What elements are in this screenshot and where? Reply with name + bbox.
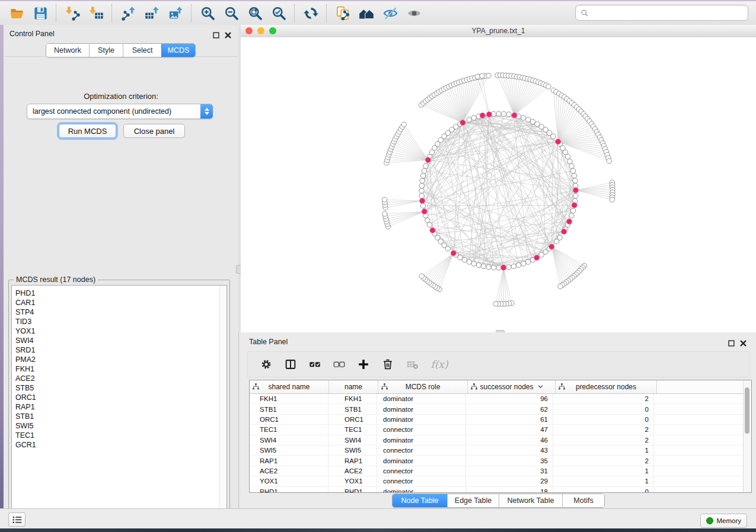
graph-node[interactable] [521, 116, 526, 120]
table-row[interactable]: ORC1ORC1dominator610 [250, 415, 751, 425]
graph-node[interactable] [526, 259, 531, 264]
mcds-result-item[interactable]: STB1 [12, 412, 227, 421]
network-titlebar[interactable]: YPA_prune.txt_1 [241, 25, 756, 38]
graph-node[interactable] [554, 239, 559, 244]
zoom-selected-button[interactable] [267, 3, 291, 23]
table-scrollbar-thumb[interactable] [745, 387, 749, 434]
graph-node[interactable] [420, 178, 425, 183]
export-image-button[interactable] [164, 3, 187, 23]
graph-node[interactable] [572, 173, 576, 178]
graph-node[interactable] [573, 178, 578, 183]
graph-node[interactable] [516, 262, 521, 267]
zoom-in-button[interactable] [196, 3, 219, 23]
dominator-node[interactable] [430, 227, 435, 233]
graph-node[interactable] [491, 265, 496, 270]
table-row[interactable]: FKH1FKH1dominator962 [250, 394, 751, 404]
save-session-button[interactable] [28, 3, 52, 23]
graph-node[interactable] [506, 112, 511, 117]
column-header-predecessor-nodes[interactable]: predecessor nodes [556, 380, 657, 393]
dominator-node[interactable] [567, 219, 572, 224]
import-network-button[interactable] [60, 3, 84, 23]
dominator-node[interactable] [460, 120, 465, 125]
mcds-result-item[interactable]: STB5 [12, 383, 227, 393]
graph-node[interactable] [486, 265, 491, 270]
list-scrollbar[interactable] [219, 286, 227, 519]
graph-node[interactable] [570, 208, 575, 213]
graph-node[interactable] [475, 74, 480, 79]
graph-node[interactable] [486, 73, 491, 78]
delete-table-button[interactable] [405, 357, 419, 371]
graph-node[interactable] [425, 218, 430, 223]
mcds-result-item[interactable]: STP4 [12, 307, 227, 317]
memory-button[interactable]: Memory [700, 514, 747, 528]
open-file-button[interactable] [5, 3, 28, 23]
dominator-node[interactable] [420, 198, 425, 203]
graph-node[interactable] [471, 261, 476, 266]
table-row[interactable]: SWI4SWI4dominator462 [250, 435, 751, 446]
graph-node[interactable] [539, 252, 544, 257]
dominator-node[interactable] [480, 113, 485, 118]
tab-network[interactable]: Network [46, 44, 89, 57]
network-canvas[interactable] [241, 37, 756, 332]
show-all-button[interactable] [402, 3, 426, 23]
dominator-node[interactable] [451, 251, 456, 256]
graph-node[interactable] [565, 154, 570, 159]
mcds-result-item[interactable]: PMA2 [12, 355, 227, 364]
graph-node[interactable] [546, 84, 551, 89]
run-mcds-button[interactable]: Run MCDS [59, 124, 116, 138]
graph-node[interactable] [521, 261, 526, 266]
show-panels-button[interactable] [8, 512, 25, 527]
column-header-name[interactable]: name [329, 380, 378, 393]
tab-mcds[interactable]: MCDS [161, 44, 195, 57]
tab-motifs[interactable]: Motifs [562, 494, 604, 507]
hide-selected-button[interactable] [378, 3, 402, 23]
mcds-result-item[interactable]: ORC1 [12, 393, 227, 402]
refresh-button[interactable] [299, 3, 323, 23]
tab-network-table[interactable]: Network Table [499, 494, 562, 507]
graph-node[interactable] [496, 265, 501, 270]
table-row[interactable]: TEC1TEC1connector472 [250, 425, 751, 435]
dominator-node[interactable] [422, 209, 427, 214]
graph-node[interactable] [570, 168, 575, 173]
dominator-node[interactable] [573, 188, 578, 193]
zoom-fit-button[interactable] [243, 3, 267, 23]
graph-node[interactable] [471, 116, 476, 120]
mcds-result-item[interactable]: RAP1 [12, 402, 227, 412]
table-row[interactable]: YOX1YOX1connector291 [250, 476, 751, 486]
dominator-node[interactable] [486, 111, 492, 117]
close-table-panel-icon[interactable] [740, 338, 747, 349]
graph-node[interactable] [506, 265, 511, 270]
graph-node[interactable] [607, 159, 611, 164]
graph-node[interactable] [551, 134, 556, 139]
optimization-select[interactable]: largest connected component (undirected) [27, 104, 213, 119]
search-input[interactable] [592, 8, 748, 18]
dominator-node[interactable] [501, 265, 506, 270]
graph-node[interactable] [573, 193, 578, 198]
mcds-result-item[interactable]: ACE2 [12, 374, 227, 383]
graph-node[interactable] [569, 213, 574, 218]
close-panel-icon[interactable] [225, 30, 231, 41]
column-header-shared-name[interactable]: shared name [250, 380, 329, 393]
dominator-node[interactable] [556, 139, 561, 145]
mcds-result-item[interactable]: TID3 [12, 317, 227, 326]
graph-node[interactable] [567, 159, 572, 164]
table-row[interactable]: STB1STB1dominator620 [250, 404, 751, 414]
dominator-node[interactable] [534, 255, 540, 260]
graph-node[interactable] [493, 302, 498, 306]
graph-node[interactable] [420, 203, 425, 208]
deselect-all-button[interactable] [332, 357, 346, 371]
mcds-result-item[interactable]: SWI5 [12, 421, 227, 431]
zoom-out-button[interactable] [219, 3, 243, 23]
table-row[interactable]: ACE2ACE2connector311 [250, 466, 751, 476]
table-row[interactable]: PHD1PHD1dominator180 [250, 487, 751, 493]
graph-node[interactable] [419, 188, 424, 193]
table-settings-button[interactable] [259, 357, 273, 371]
mcds-result-item[interactable]: TEC1 [12, 431, 227, 440]
graph-node[interactable] [569, 164, 574, 168]
tab-edge-table[interactable]: Edge Table [447, 494, 499, 507]
graph-node[interactable] [480, 73, 484, 78]
dominator-node[interactable] [425, 157, 430, 162]
delete-column-button[interactable] [381, 357, 395, 371]
tab-select[interactable]: Select [123, 44, 161, 57]
mcds-result-item[interactable]: SWI4 [12, 336, 227, 345]
